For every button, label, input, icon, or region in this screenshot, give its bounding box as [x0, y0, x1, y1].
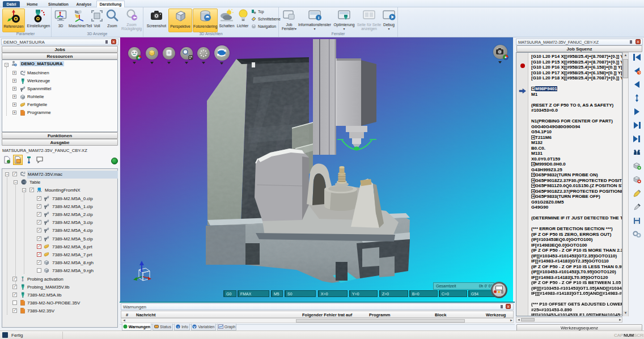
svg-text:i: i	[318, 15, 319, 20]
svg-text:V: V	[193, 325, 196, 329]
